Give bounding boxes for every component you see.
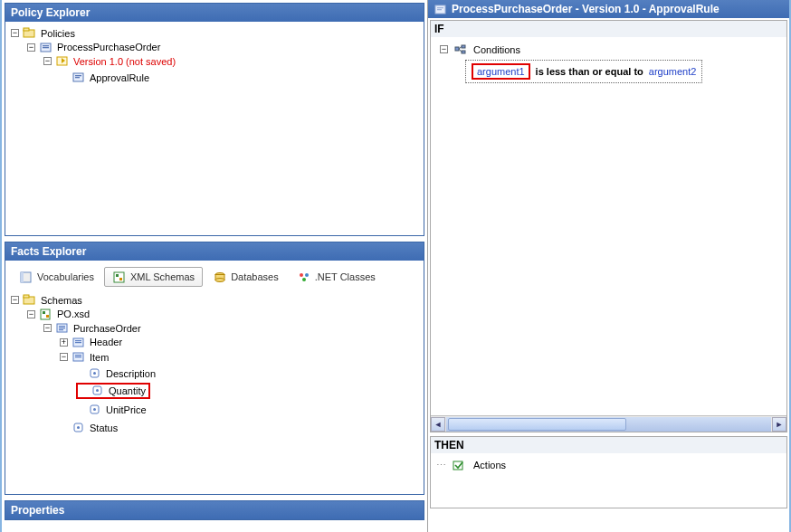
then-body[interactable]: ⋯ Actions — [431, 453, 786, 508]
svg-rect-30 — [75, 340, 81, 341]
svg-rect-47 — [462, 45, 465, 48]
rule-editor-header: ProcessPurchaseOrder - Version 1.0 - App… — [428, 0, 789, 18]
expand-toggle-icon[interactable]: − — [60, 353, 68, 361]
element-icon — [71, 351, 86, 364]
tab-databases-label: Databases — [231, 271, 279, 282]
condition-expression[interactable]: argument1 is less than or equal to argum… — [465, 60, 702, 83]
expand-toggle-icon[interactable]: − — [11, 29, 19, 37]
net-classes-icon — [297, 271, 311, 283]
svg-rect-12 — [116, 274, 119, 277]
root-element-label: PurchaseOrder — [71, 323, 143, 334]
policies-root-label: Policies — [39, 28, 77, 39]
svg-rect-24 — [46, 315, 49, 318]
element-icon — [71, 336, 86, 348]
rule-icon — [434, 3, 448, 15]
version-node[interactable]: − Version 1.0 (not saved) — [43, 55, 177, 68]
quantity-label: Quantity — [107, 385, 148, 396]
svg-rect-27 — [59, 328, 65, 328]
tab-net-classes[interactable]: .NET Classes — [289, 267, 384, 287]
operator-label[interactable]: is less than or equal to — [536, 66, 643, 77]
element-icon — [55, 322, 70, 335]
svg-rect-48 — [462, 51, 465, 53]
unitprice-label: UnitPrice — [104, 404, 148, 415]
then-label: THEN — [431, 437, 786, 453]
svg-rect-3 — [43, 45, 49, 46]
svg-rect-28 — [59, 329, 63, 330]
svg-point-38 — [96, 389, 99, 392]
facts-tabs: Vocabularies XML Schemas Databases .NET … — [9, 264, 420, 292]
expand-toggle-icon[interactable]: − — [27, 310, 35, 318]
description-node[interactable]: Description — [76, 367, 157, 380]
version-label: Version 1.0 (not saved) — [71, 56, 177, 67]
svg-rect-23 — [43, 311, 45, 314]
expand-toggle-icon[interactable]: − — [440, 45, 448, 53]
header-label: Header — [88, 337, 124, 347]
if-label: IF — [431, 21, 786, 37]
condition-body[interactable]: − Conditions argument1 is less than or e… — [431, 37, 786, 415]
argument2-slot[interactable]: argument2 — [649, 66, 697, 77]
schemas-root-label: Schemas — [39, 295, 84, 306]
quantity-node[interactable]: Quantity — [79, 385, 148, 397]
svg-point-19 — [302, 278, 306, 281]
conditions-label: Conditions — [472, 44, 522, 55]
actions-icon — [452, 459, 466, 471]
item-node[interactable]: − Item — [60, 351, 110, 364]
status-node[interactable]: Status — [60, 422, 119, 434]
svg-rect-44 — [437, 7, 443, 8]
unitprice-node[interactable]: UnitPrice — [76, 404, 148, 416]
horizontal-scrollbar[interactable]: ◄ ► — [431, 415, 786, 432]
policies-root-node[interactable]: − Policies — [11, 27, 77, 40]
expand-toggle-icon[interactable]: − — [11, 296, 19, 304]
svg-rect-10 — [21, 272, 24, 282]
expand-toggle-icon[interactable]: − — [27, 43, 35, 52]
folder-open-icon — [23, 27, 37, 40]
rule-label: ApprovalRule — [88, 72, 151, 83]
xsd-file-node[interactable]: − PO.xsd — [27, 308, 91, 320]
book-icon — [19, 271, 33, 283]
policy-tree: − Policies − — [9, 25, 420, 88]
schema-icon — [112, 271, 127, 283]
root-element-node[interactable]: − PurchaseOrder — [43, 322, 143, 335]
version-icon — [55, 55, 70, 68]
rule-editor: ProcessPurchaseOrder - Version 1.0 - App… — [427, 0, 789, 532]
svg-rect-22 — [41, 309, 50, 319]
svg-rect-11 — [114, 272, 124, 282]
scroll-track[interactable] — [446, 417, 771, 432]
tab-databases[interactable]: Databases — [205, 267, 287, 287]
facts-tree: − Schemas − PO.xsd — [9, 292, 420, 438]
expand-toggle-icon[interactable]: + — [60, 338, 68, 347]
svg-point-40 — [93, 408, 96, 411]
xsd-file-label: PO.xsd — [55, 309, 91, 319]
if-section: IF − Conditions argument1 is less than o… — [430, 20, 787, 432]
svg-rect-1 — [24, 28, 29, 31]
actions-label: Actions — [472, 460, 508, 470]
tab-xml-schemas[interactable]: XML Schemas — [104, 267, 203, 287]
quantity-highlight: Quantity — [76, 383, 150, 399]
svg-rect-4 — [43, 47, 49, 48]
conditions-root[interactable]: − Conditions — [440, 43, 522, 56]
scroll-thumb[interactable] — [448, 418, 626, 431]
policy-explorer-pane: Policy Explorer − Policies — [5, 3, 424, 236]
argument1-slot[interactable]: argument1 — [477, 66, 525, 77]
expand-toggle-icon[interactable]: − — [43, 324, 52, 332]
expand-toggle-icon[interactable]: − — [43, 57, 52, 65]
argument1-highlight: argument1 — [472, 63, 530, 80]
scroll-right-arrow-icon[interactable]: ► — [772, 417, 786, 432]
xsd-file-icon — [39, 308, 53, 320]
then-section: THEN ⋯ Actions — [430, 436, 787, 508]
svg-point-42 — [77, 426, 80, 429]
svg-point-18 — [305, 273, 309, 277]
scroll-left-arrow-icon[interactable]: ◄ — [431, 417, 445, 432]
leaf-element-icon — [91, 385, 105, 397]
rule-node[interactable]: ApprovalRule — [60, 71, 151, 84]
tab-vocabularies[interactable]: Vocabularies — [11, 267, 102, 287]
status-label: Status — [88, 423, 119, 433]
actions-root[interactable]: ⋯ Actions — [436, 459, 508, 471]
schemas-root-node[interactable]: − Schemas — [11, 294, 84, 307]
database-icon — [213, 271, 227, 283]
folder-open-icon — [23, 294, 37, 307]
header-node[interactable]: + Header — [60, 336, 124, 348]
policy-node[interactable]: − ProcessPurchaseOrder — [27, 41, 162, 53]
leaf-element-icon — [88, 404, 102, 416]
description-label: Description — [104, 368, 157, 379]
